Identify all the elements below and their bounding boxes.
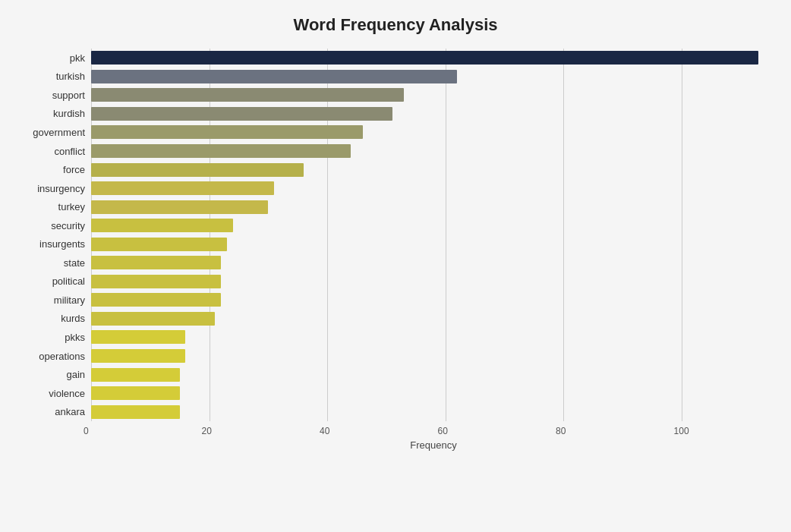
bar-military [91,293,221,307]
y-label-conflict: conflict [55,146,85,156]
x-tick-20: 20 [202,426,212,436]
chart-container: Word Frequency Analysis pkkturkishsuppor… [0,0,791,532]
bar-row-government [91,124,776,140]
y-axis: pkkturkishsupportkurdishgovernmentconfli… [15,49,91,421]
bars-wrapper [91,49,776,421]
bar-gain [91,368,180,382]
y-label-government: government [33,127,85,137]
bar-row-insurgency [91,180,776,197]
bar-government [91,125,363,139]
y-label-kurdish: kurdish [53,109,85,118]
x-tick-60: 60 [438,426,448,436]
y-label-security: security [51,221,85,231]
bar-pkk [91,51,758,65]
bar-conflict [91,144,351,158]
bar-row-force [91,162,776,178]
bar-kurds [91,312,215,326]
x-axis: 020406080100 [91,421,776,436]
bar-state [91,256,221,269]
y-label-ankara: ankara [55,407,85,417]
x-tick-100: 100 [674,426,689,436]
bar-turkey [91,200,268,214]
chart-title: Word Frequency Analysis [15,15,776,35]
x-tick-40: 40 [320,426,329,436]
bar-pkks [91,330,185,344]
bar-row-support [91,87,776,103]
y-label-turkey: turkey [58,202,85,212]
y-label-kurds: kurds [61,313,85,323]
x-tick-0: 0 [84,426,89,436]
y-label-insurgency: insurgency [37,184,85,194]
bar-row-political [91,273,776,290]
y-label-violence: violence [49,389,85,398]
bar-insurgency [91,181,274,195]
bar-row-pkk [91,49,776,66]
bar-row-pkks [91,329,776,345]
bar-violence [91,386,180,400]
y-label-pkks: pkks [65,332,85,342]
bar-turkish [91,70,457,83]
y-label-gain: gain [66,370,85,379]
bars-section [91,49,776,421]
bar-force [91,163,304,177]
bar-security [91,219,233,232]
bar-political [91,275,221,288]
bar-row-turkish [91,68,776,85]
bar-row-kurdish [91,105,776,122]
bar-row-turkey [91,199,776,216]
y-label-insurgents: insurgents [39,239,85,249]
y-label-operations: operations [39,351,85,361]
bar-row-state [91,254,776,271]
y-label-turkish: turkish [56,71,85,81]
x-axis-label: Frequency [91,439,776,451]
x-tick-80: 80 [556,426,566,436]
grid-and-bars [91,49,776,421]
bar-row-operations [91,348,776,364]
bar-row-military [91,291,776,308]
y-label-force: force [63,165,85,175]
bar-operations [91,349,185,363]
bar-ankara [91,405,180,419]
y-label-state: state [64,258,85,268]
y-label-pkk: pkk [70,53,85,63]
bar-insurgents [91,238,227,251]
bar-row-conflict [91,143,776,159]
bar-row-violence [91,385,776,401]
bar-row-insurgents [91,236,776,253]
bar-row-security [91,217,776,234]
bar-row-kurds [91,310,776,327]
bar-support [91,88,404,102]
y-label-military: military [54,295,85,305]
bar-kurdish [91,107,392,121]
y-label-political: political [52,276,85,286]
bar-row-ankara [91,404,776,420]
y-label-support: support [52,90,85,100]
bar-row-gain [91,367,776,383]
